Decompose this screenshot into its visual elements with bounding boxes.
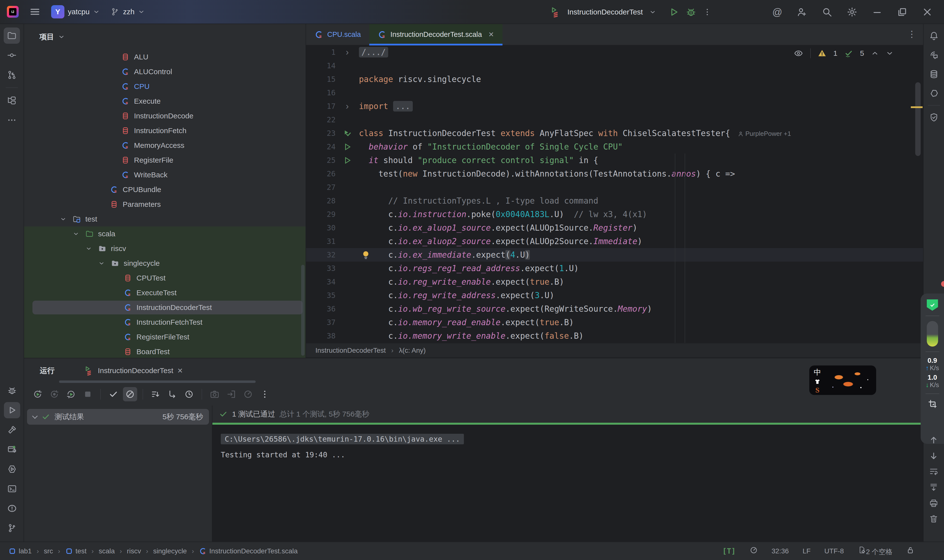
run-session-tab[interactable]: InstructionDecoderTest ✕ (84, 366, 183, 375)
code-line-33[interactable]: 33 c.io.regs_reg1_read_address.expect(1.… (306, 262, 923, 275)
status-crumb-riscv[interactable]: riscv (127, 547, 141, 555)
status-widget-LF[interactable]: LF (803, 547, 811, 555)
status-widget-UTF8[interactable]: UTF-8 (824, 547, 844, 555)
status-widget[interactable] (750, 546, 758, 556)
scroll-up-icon[interactable] (929, 435, 939, 445)
maximize-window-icon[interactable] (897, 7, 908, 17)
ai-mention-icon[interactable]: @ (772, 7, 782, 18)
code-line-14[interactable]: 14 (306, 59, 923, 72)
editor-tab-instructiondecodertest.scala[interactable]: InstructionDecoderTest.scala✕ (369, 24, 503, 45)
tree-item-test[interactable]: test (24, 212, 305, 226)
status-widget-T[interactable]: [T] (722, 547, 736, 555)
breadcrumb-lambda[interactable]: λ(c: Any) (399, 346, 426, 354)
code-line-34[interactable]: 34 c.io.reg_write_enable.expect(true.B) (306, 275, 923, 289)
tree-item-memoryaccess[interactable]: MemoryAccess (24, 138, 305, 153)
code-line-29[interactable]: 29 c.io.instruction.poke(0x0040A183L.U) … (306, 208, 923, 221)
editor-tab-cpu.scala[interactable]: CPU.scala (306, 24, 369, 45)
code-line-25[interactable]: 25 it should "produce correct control si… (306, 154, 923, 167)
editor-scrollbar[interactable] (915, 82, 921, 156)
console-text[interactable]: C:\Users\26586\.jdks\temurin-17.0.16\bin… (221, 434, 464, 444)
hamburger-menu-icon[interactable] (29, 6, 40, 17)
more-tools-button[interactable] (4, 112, 20, 128)
breadcrumb-class[interactable]: InstructionDecoderTest (315, 346, 386, 354)
commit-tool-button[interactable] (4, 47, 20, 63)
problems-tool-button[interactable] (4, 500, 20, 517)
git-tool-button[interactable] (4, 520, 20, 536)
code-line-26[interactable]: 26 test(new InstructionDecode).withAnnot… (306, 167, 923, 180)
test-history-icon[interactable] (182, 387, 196, 402)
tree-item-cpu[interactable]: CPU (24, 79, 305, 94)
tree-item-execute[interactable]: Execute (24, 94, 305, 109)
coverage-icon[interactable] (241, 387, 255, 402)
intention-bulb-icon[interactable] (361, 249, 371, 260)
code-line-17[interactable]: 17›import ... (306, 100, 923, 113)
test-results-row[interactable]: 测试结果 5秒 756毫秒 (27, 409, 209, 425)
tree-item-alu[interactable]: ALU (24, 49, 305, 65)
terminal-tool-button[interactable] (4, 481, 20, 497)
code-line-23[interactable]: 23class InstructionDecoderTest extends A… (306, 126, 923, 140)
profiler-tool-button[interactable] (4, 461, 20, 477)
rerun-failed-icon[interactable] (47, 387, 62, 402)
code-line-15[interactable]: 15package riscv.singlecycle (306, 72, 923, 86)
author-inlay-hint[interactable]: PurplePower +1 (737, 130, 791, 137)
print-icon[interactable] (929, 498, 939, 508)
build-tool-button[interactable] (4, 422, 20, 438)
fold-arrow-icon[interactable]: › (346, 101, 349, 111)
tree-item-registerfile[interactable]: RegisterFile (24, 153, 305, 168)
sort-icon[interactable] (148, 387, 163, 402)
code-line-28[interactable]: 28 // InstructionTypes.L , I-type load c… (306, 194, 923, 208)
code-line-38[interactable]: 38 c.io.memory_write_enable.expect(false… (306, 329, 923, 343)
status-crumb-test[interactable]: test (65, 547, 86, 555)
screenshot-crop-icon[interactable] (927, 399, 937, 409)
fold-arrow-icon[interactable]: › (346, 47, 349, 57)
run-button[interactable] (668, 7, 679, 17)
tree-item-instructiondecodertest[interactable]: InstructionDecoderTest (24, 300, 305, 315)
rerun-icon[interactable] (31, 387, 45, 402)
status-crumb-scala[interactable]: scala (99, 547, 114, 555)
show-ignored-icon[interactable] (123, 387, 137, 402)
tree-item-instructionfetchtest[interactable]: InstructionFetchTest (24, 315, 305, 329)
highlighting-eye-icon[interactable] (794, 48, 804, 58)
status-widget-2[interactable]: 2 个空格 (858, 546, 892, 557)
code-line-36[interactable]: 36 c.io.wb_reg_write_source.expect(RegWr… (306, 302, 923, 315)
tree-item-instructionfetch[interactable]: InstructionFetch (24, 123, 305, 138)
show-passed-icon[interactable] (106, 387, 120, 402)
code-line-22[interactable]: 22 (306, 113, 923, 126)
status-widget[interactable] (906, 546, 915, 556)
code-line-16[interactable]: 16 (306, 86, 923, 100)
project-selector[interactable]: Y yatcpu (51, 5, 100, 18)
scroll-down-icon[interactable] (929, 451, 939, 461)
tab-bar-kebab-icon[interactable]: ⋮ (907, 29, 916, 39)
close-window-icon[interactable] (922, 7, 933, 17)
tree-item-executetest[interactable]: ExecuteTest (24, 285, 305, 300)
project-panel-header[interactable]: 项目 (24, 24, 305, 49)
run-tool-tab[interactable]: 运行 (40, 366, 55, 376)
prev-problem-icon[interactable] (871, 49, 879, 57)
project-scrollbar[interactable] (301, 265, 305, 355)
notifications-button[interactable] (927, 29, 941, 43)
run-tool-button[interactable] (4, 402, 20, 418)
status-crumb-singlecycle[interactable]: singlecycle (153, 547, 187, 555)
snapshot-icon[interactable] (207, 387, 222, 402)
navigate-stacktrace-icon[interactable] (165, 387, 179, 402)
chevron-down-icon[interactable] (98, 260, 105, 266)
tree-item-scala[interactable]: scala (24, 226, 305, 241)
ime-mode-indicator[interactable]: 中 (814, 368, 821, 377)
close-tab-icon[interactable]: ✕ (488, 31, 494, 38)
project-tool-button[interactable] (4, 28, 20, 44)
import-tests-icon[interactable] (224, 387, 239, 402)
code-line-35[interactable]: 35 c.io.reg_write_address.expect(3.U) (306, 289, 923, 302)
next-problem-icon[interactable] (886, 49, 894, 57)
minimize-window-icon[interactable] (872, 7, 882, 17)
more-actions-icon[interactable] (703, 8, 712, 17)
status-crumb-lab1[interactable]: lab1 (8, 547, 32, 555)
tree-item-instructiondecode[interactable]: InstructionDecode (24, 109, 305, 123)
weak-warning-check-icon[interactable] (844, 49, 853, 58)
scroll-to-end-icon[interactable] (929, 482, 939, 492)
stop-icon[interactable] (81, 387, 95, 402)
run-console[interactable]: C:\Users\26586\.jdks\temurin-17.0.16\bin… (212, 425, 923, 542)
run-test-icon[interactable] (343, 143, 352, 151)
code-line-24[interactable]: 24 behavior of "InstructionDecoder of Si… (306, 140, 923, 154)
code-line-27[interactable]: 27 (306, 180, 923, 194)
tree-item-writeback[interactable]: WriteBack (24, 168, 305, 182)
